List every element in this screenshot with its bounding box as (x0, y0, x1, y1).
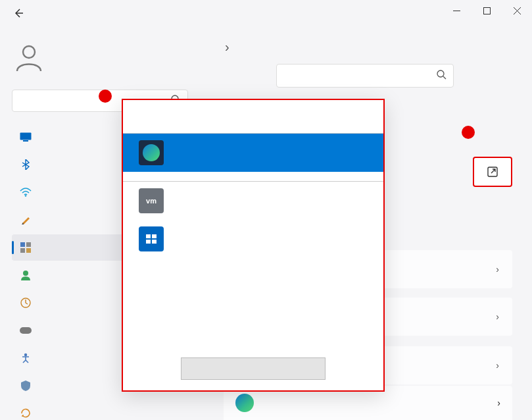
maximize-button[interactable] (472, 0, 502, 21)
store-icon (139, 226, 164, 251)
svg-rect-3 (20, 133, 32, 140)
app-option-edge[interactable] (123, 134, 383, 172)
chevron-right-icon: › (225, 39, 230, 55)
back-button[interactable] (8, 3, 29, 24)
app-option-store[interactable] (123, 220, 383, 258)
settings-window: › (0, 0, 532, 420)
more-apps-link[interactable] (123, 258, 383, 271)
titlebar (0, 0, 532, 26)
app-option-host[interactable]: vm (123, 182, 383, 220)
brush-icon (20, 214, 32, 226)
svg-point-5 (25, 195, 26, 196)
chevron-right-icon: › (496, 360, 499, 371)
open-externally-button[interactable] (473, 157, 512, 187)
chevron-right-icon: › (496, 311, 499, 322)
globe-clock-icon (20, 297, 32, 309)
window-controls (441, 0, 532, 21)
avatar (12, 39, 46, 74)
gamepad-icon (20, 325, 32, 336)
edge-icon (235, 394, 254, 412)
open-with-dialog: vm (122, 99, 385, 392)
chevron-right-icon: › (497, 398, 500, 408)
display-icon (20, 131, 32, 143)
accessibility-icon (20, 352, 32, 364)
user-block[interactable] (12, 26, 188, 90)
svg-rect-9 (26, 248, 31, 253)
close-button[interactable] (502, 0, 532, 21)
person-icon (20, 269, 32, 281)
sidebar-item-update[interactable] (12, 400, 188, 420)
annotation-badge-1 (462, 126, 475, 139)
svg-rect-0 (483, 7, 490, 14)
minimize-button[interactable] (441, 0, 472, 21)
svg-point-10 (23, 271, 28, 276)
breadcrumb: › (217, 39, 512, 55)
dialog-section-continue (123, 128, 383, 134)
shield-icon (20, 380, 32, 392)
dialog-section-other (123, 176, 383, 182)
svg-point-14 (437, 70, 444, 77)
svg-rect-4 (23, 140, 28, 142)
svg-rect-6 (20, 242, 25, 247)
open-external-icon (487, 166, 498, 178)
svg-point-1 (23, 46, 35, 58)
chevron-right-icon: › (496, 264, 499, 275)
person-icon (13, 41, 45, 72)
search-icon (437, 70, 447, 82)
wifi-icon (20, 186, 32, 198)
edge-icon (139, 140, 164, 165)
minimize-icon (453, 7, 460, 14)
close-icon (514, 7, 521, 14)
bluetooth-icon (20, 159, 32, 171)
maximize-icon (483, 7, 491, 14)
annotation-badge-2 (99, 90, 112, 103)
svg-rect-7 (26, 242, 31, 247)
apps-icon (20, 242, 32, 253)
filetype-search[interactable] (276, 64, 454, 88)
ok-button[interactable] (181, 357, 326, 380)
arrow-left-icon (13, 8, 24, 18)
svg-rect-8 (20, 248, 25, 253)
svg-point-13 (24, 354, 27, 356)
svg-rect-12 (20, 327, 32, 334)
vm-icon: vm (139, 188, 164, 213)
update-icon (20, 407, 32, 419)
